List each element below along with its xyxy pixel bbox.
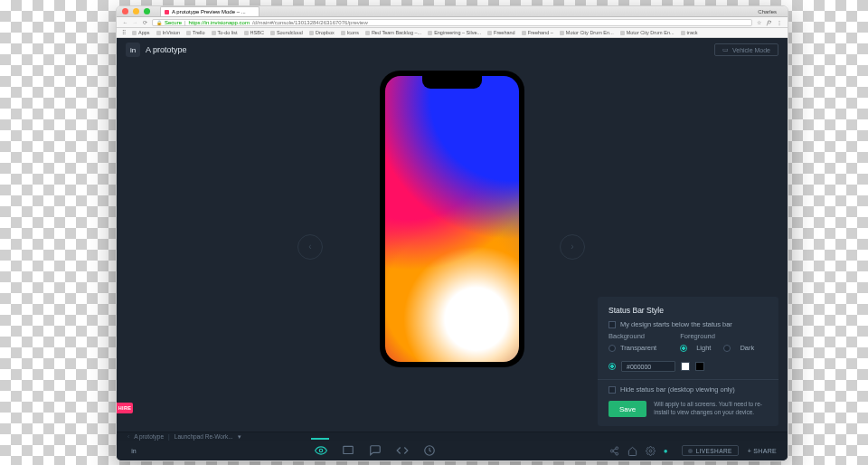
invision-app: in A prototype ▭ Vehicle Mode ‹ › Status… <box>117 38 788 460</box>
vehicle-mode-button[interactable]: ▭ Vehicle Mode <box>714 43 778 56</box>
swatch-black[interactable] <box>695 362 704 371</box>
bookmark-label: Red Team Backlog –... <box>372 30 421 35</box>
bookmark-label: Freehand <box>494 30 515 35</box>
chevron-left-icon[interactable]: ‹ <box>127 433 129 440</box>
incognito-icon[interactable]: ʄ? <box>766 19 772 25</box>
bookmark-favicon <box>132 31 137 35</box>
bookmark-item[interactable]: Engineering – Silve... <box>428 30 481 35</box>
status-bar-panel: Status Bar Style My design starts below … <box>598 297 778 426</box>
device-frame <box>380 71 524 367</box>
bookmark-label: Trello <box>193 30 205 35</box>
share-label: SHARE <box>753 448 777 454</box>
next-screen-button[interactable]: › <box>560 234 585 260</box>
svg-point-0 <box>320 449 324 452</box>
apps-icon: ⠿ <box>122 30 126 35</box>
notification-dot-icon[interactable]: ● <box>664 447 673 455</box>
bookmark-item[interactable]: Dropbox <box>309 30 335 35</box>
bookmark-item[interactable]: Freehand <box>487 30 515 35</box>
device-screen[interactable] <box>385 76 519 362</box>
radio-bg-transparent-label: Transparent <box>620 344 656 352</box>
share-network-icon[interactable] <box>609 446 618 456</box>
bookmark-item[interactable]: Motor City Drum En... <box>560 30 614 35</box>
bookmark-item[interactable]: Soundcloud <box>270 30 303 35</box>
bookmark-item[interactable]: track <box>681 30 698 35</box>
bookmark-item[interactable]: HSBC <box>244 30 264 35</box>
bookmarks-apps[interactable]: ⠿ <box>122 30 126 35</box>
browser-tab[interactable]: A prototype Preview Mode – ... <box>160 6 259 16</box>
radio-bg-transparent[interactable] <box>609 345 616 352</box>
checkbox-hide-statusbar[interactable] <box>609 386 616 394</box>
svg-point-4 <box>610 450 613 452</box>
browser-tabbar: A prototype Preview Mode – ... Charles <box>117 6 788 17</box>
chevron-down-icon[interactable]: ▾ <box>238 433 241 441</box>
forward-icon[interactable]: → <box>132 20 138 25</box>
url-field[interactable]: 🔒 Secure | https://in.invisionapp.com/d/… <box>152 19 752 26</box>
invision-logo-small[interactable]: in <box>127 444 140 457</box>
home-icon[interactable] <box>627 446 637 456</box>
breadcrumb-root[interactable]: A prototype <box>134 433 164 440</box>
bookmark-item[interactable]: To-do list <box>212 30 238 35</box>
bookmark-item[interactable]: Icons <box>341 30 359 35</box>
bookmark-favicon <box>156 31 161 35</box>
bookmark-item[interactable]: InVision <box>156 30 180 35</box>
checkbox-starts-below-label: My design starts below the status bar <box>620 320 732 328</box>
bookmark-item[interactable]: Red Team Backlog –... <box>365 30 421 35</box>
share-button[interactable]: + SHARE <box>748 448 777 454</box>
svg-rect-1 <box>344 446 354 453</box>
bookmark-label: Motor City Drum En... <box>566 30 614 35</box>
browser-profile[interactable]: Charles <box>758 9 782 14</box>
checkbox-starts-below[interactable] <box>609 321 616 328</box>
radio-fg-dark[interactable] <box>723 345 731 352</box>
bookmark-favicon <box>620 31 625 35</box>
bookmark-label: Freehand – <box>528 30 553 35</box>
reload-icon[interactable]: ⟳ <box>142 19 148 25</box>
bookmark-item[interactable]: Apps <box>132 30 150 35</box>
hex-value: #000000 <box>627 364 651 370</box>
url-path: /d/main#/console/13013284/263167076/prev… <box>252 20 368 25</box>
swatch-white[interactable] <box>681 362 690 371</box>
liveshare-button[interactable]: LIVESHARE <box>682 445 739 456</box>
inspect-mode-icon[interactable] <box>396 444 407 457</box>
invision-logo[interactable]: in <box>126 43 140 57</box>
breadcrumb-screen[interactable]: Launchpad Re-Work... <box>175 433 233 440</box>
hex-input[interactable]: #000000 <box>621 361 675 372</box>
hire-badge[interactable]: HIRE <box>117 403 133 413</box>
bookmark-item[interactable]: Trello <box>186 30 205 35</box>
traffic-minimize[interactable] <box>133 8 139 14</box>
svg-point-8 <box>649 450 652 452</box>
bookmark-favicon <box>487 31 492 35</box>
bookmark-label: To-do list <box>218 30 238 35</box>
device-notch <box>422 76 482 89</box>
bookmark-favicon <box>560 31 564 35</box>
traffic-close[interactable] <box>122 8 128 14</box>
lock-icon: 🔒 <box>156 20 162 25</box>
traffic-zoom[interactable] <box>144 8 150 14</box>
bookmark-label: InVision <box>163 30 180 35</box>
save-button[interactable]: Save <box>609 401 646 417</box>
build-mode-icon[interactable] <box>342 444 353 457</box>
radio-fg-light[interactable] <box>680 345 687 352</box>
secure-label: Secure <box>165 20 182 25</box>
svg-point-5 <box>616 452 618 455</box>
gear-icon[interactable] <box>646 446 655 456</box>
bookmark-favicon <box>365 31 370 35</box>
bookmark-item[interactable]: Freehand – <box>522 30 553 35</box>
star-icon[interactable]: ☆ <box>756 19 762 25</box>
bookmark-favicon <box>309 31 314 35</box>
prev-screen-button[interactable]: ‹ <box>297 234 323 260</box>
bookmark-favicon <box>341 31 345 35</box>
history-mode-icon[interactable] <box>423 444 434 457</box>
bookmark-favicon <box>270 31 275 35</box>
bookmark-favicon <box>428 31 432 35</box>
back-icon[interactable]: ← <box>122 20 128 25</box>
radio-bg-hex[interactable] <box>609 363 616 370</box>
bookmark-favicon <box>522 31 526 35</box>
bookmark-label: Motor City Drum En... <box>627 30 675 35</box>
comment-mode-icon[interactable] <box>369 444 380 457</box>
bookmark-favicon <box>212 31 216 35</box>
kebab-icon[interactable]: ⋮ <box>776 19 782 25</box>
preview-mode-icon[interactable] <box>315 444 326 457</box>
bookmark-label: HSBC <box>250 30 264 35</box>
bookmark-item[interactable]: Motor City Drum En... <box>620 30 675 35</box>
foreground-label: Foreground <box>680 332 754 340</box>
